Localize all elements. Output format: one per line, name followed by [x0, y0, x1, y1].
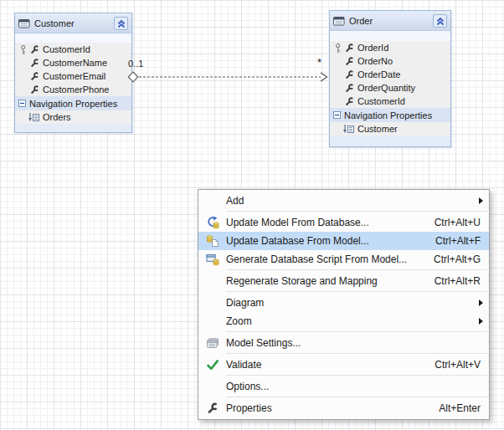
submenu-arrow-icon [479, 197, 483, 204]
multiplicity-target-label: * [317, 56, 321, 69]
menu-separator [226, 211, 487, 212]
entity-title: Order [349, 16, 429, 26]
navigation-properties-label: Navigation Properties [29, 99, 117, 109]
minus-box-icon[interactable] [18, 100, 26, 107]
collapse-chevron-icon[interactable] [433, 14, 447, 28]
wrench-icon [345, 84, 354, 93]
property-row[interactable]: OrderQuantity [330, 81, 450, 95]
menu-item-label: Zoom [226, 315, 479, 327]
wrench-icon [345, 57, 354, 66]
model-settings-icon [198, 336, 226, 350]
menu-item-validate[interactable]: Validate Ctrl+Alt+V [198, 356, 489, 374]
property-name: CustomerName [41, 58, 107, 68]
menu-item-label: Model Settings... [226, 337, 489, 349]
association-line[interactable] [126, 52, 331, 87]
navigation-property-icon [342, 124, 354, 134]
entity-bottom-strip [330, 136, 450, 146]
edmx-designer-canvas[interactable]: { "diagram": { "entities": [ { "title": … [0, 0, 504, 430]
menu-item-label: Diagram [226, 297, 479, 309]
property-row[interactable]: CustomerPhone [15, 83, 131, 96]
property-row[interactable]: CustomerId [330, 95, 450, 108]
menu-shortcut: Alt+Enter [439, 402, 481, 414]
menu-item-label: Validate [226, 359, 435, 371]
entity-title: Customer [34, 18, 110, 28]
collapse-chevron-icon[interactable] [114, 17, 128, 30]
navigation-property-name: Orders [43, 112, 71, 122]
menu-item-properties[interactable]: Properties Alt+Enter [198, 399, 489, 417]
menu-separator [226, 397, 487, 397]
navigation-property-name: Customer [357, 124, 398, 134]
entity-customer-header[interactable]: Customer [15, 13, 131, 33]
menu-item-label: Generate Database Script From Model... [226, 253, 434, 265]
update-database-from-model-icon [198, 234, 226, 248]
property-name: CustomerEmail [41, 71, 105, 81]
menu-item-add[interactable]: Add [198, 192, 489, 210]
menu-item-label: Properties [226, 402, 439, 414]
menu-item-label: Update Model From Database... [226, 217, 435, 228]
menu-item-options[interactable]: Options... [198, 377, 489, 396]
property-row[interactable]: OrderDate [330, 68, 450, 81]
property-name: CustomerId [356, 96, 405, 106]
entity-body-gap [330, 31, 450, 41]
property-name: OrderId [356, 43, 388, 53]
entity-order-header[interactable]: Order [330, 11, 450, 31]
entity-body-gap [15, 33, 131, 43]
minus-box-icon[interactable] [333, 111, 341, 119]
menu-separator [226, 353, 487, 354]
wrench-icon [345, 44, 354, 53]
property-name: CustomerId [41, 44, 90, 54]
menu-shortcut: Ctrl+Alt+R [435, 275, 481, 287]
menu-item-update-database-from-model[interactable]: Update Database From Model... Ctrl+Alt+F [198, 232, 489, 250]
property-name: OrderQuantity [356, 83, 415, 93]
wrench-icon [30, 45, 39, 54]
menu-item-label: Regenerate Storage and Mapping [226, 275, 435, 287]
menu-shortcut: Ctrl+Alt+F [435, 235, 481, 247]
entity-order[interactable]: Order OrderId OrderNo OrderDate OrderQua… [329, 10, 451, 147]
property-row[interactable]: CustomerEmail [15, 69, 131, 83]
entity-icon [18, 18, 30, 28]
navigation-property-row[interactable]: Customer [330, 122, 450, 136]
property-name: OrderNo [356, 56, 393, 66]
wrench-icon [345, 97, 354, 106]
key-icon [333, 43, 343, 54]
property-name: CustomerPhone [41, 84, 110, 95]
menu-item-label: Add [226, 195, 479, 207]
property-row[interactable]: OrderNo [330, 54, 450, 68]
menu-item-diagram[interactable]: Diagram [198, 294, 489, 312]
entity-bottom-strip [15, 124, 131, 132]
wrench-icon [30, 59, 39, 68]
property-name: OrderDate [356, 69, 400, 79]
property-row[interactable]: OrderId [330, 41, 450, 54]
validate-check-icon [198, 358, 226, 371]
navigation-properties-header[interactable]: Navigation Properties [330, 108, 450, 122]
key-icon [18, 44, 28, 55]
submenu-arrow-icon [479, 299, 483, 306]
multiplicity-source-label: 0..1 [128, 59, 143, 69]
properties-wrench-icon [198, 402, 226, 414]
navigation-properties-label: Navigation Properties [344, 110, 432, 120]
entity-icon [333, 16, 345, 26]
navigation-property-icon [28, 112, 39, 122]
property-row[interactable]: CustomerName [15, 56, 131, 69]
wrench-icon [345, 70, 354, 79]
menu-item-label: Update Database From Model... [226, 235, 435, 247]
menu-separator [226, 269, 487, 270]
menu-item-model-settings[interactable]: Model Settings... [198, 334, 489, 352]
menu-item-zoom[interactable]: Zoom [198, 312, 489, 330]
association-diamond-end [128, 72, 138, 82]
menu-shortcut: Ctrl+Alt+V [435, 359, 481, 371]
menu-item-regenerate-storage-and-mapping[interactable]: Regenerate Storage and Mapping Ctrl+Alt+… [198, 272, 489, 290]
context-menu: Add Update Model From Database... Ctrl+A… [198, 189, 490, 420]
menu-separator [226, 331, 487, 332]
menu-item-update-model-from-database[interactable]: Update Model From Database... Ctrl+Alt+U [198, 213, 489, 232]
association-arrow-end [321, 73, 327, 81]
menu-item-label: Options... [226, 381, 489, 392]
entity-customer[interactable]: Customer CustomerId CustomerName Custome… [14, 13, 132, 133]
wrench-icon [30, 72, 39, 81]
menu-separator [226, 375, 487, 376]
navigation-properties-header[interactable]: Navigation Properties [15, 96, 131, 110]
property-row[interactable]: CustomerId [15, 43, 131, 56]
navigation-property-row[interactable]: Orders [15, 110, 131, 124]
menu-item-generate-database-script[interactable]: Generate Database Script From Model... C… [198, 250, 489, 269]
menu-shortcut: Ctrl+Alt+G [434, 253, 481, 265]
